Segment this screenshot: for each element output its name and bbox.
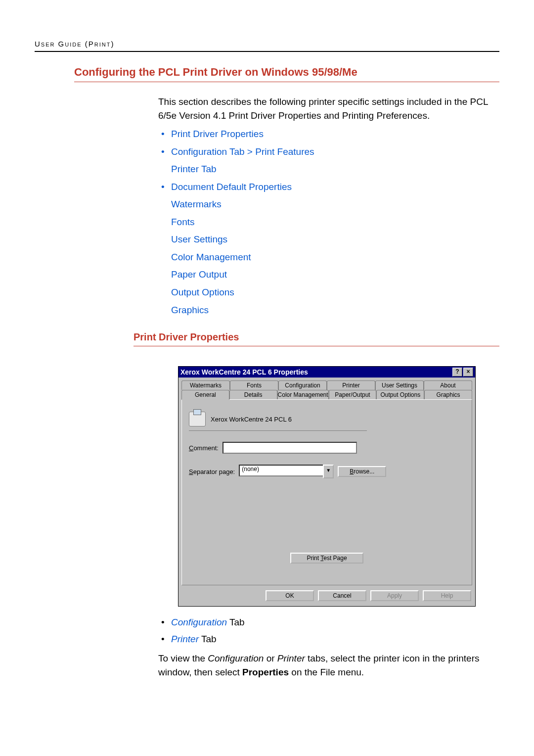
suffix: Tab <box>199 634 217 644</box>
print-test-page-button[interactable]: Print Test Page <box>290 553 363 564</box>
close-button[interactable]: × <box>463 368 473 377</box>
ok-button[interactable]: OK <box>266 590 314 601</box>
apply-button[interactable]: Apply <box>370 590 419 601</box>
help-button-footer[interactable]: Help <box>423 590 471 601</box>
link-user-settings[interactable]: User Settings <box>171 233 494 246</box>
link-configuration-tab[interactable]: Configuration Tab > Print Features Print… <box>158 145 494 176</box>
link-print-driver-properties[interactable]: Print Driver Properties <box>158 127 494 141</box>
header-rule <box>35 51 499 52</box>
tab-graphics[interactable]: Graphics <box>424 390 472 399</box>
link-document-default-properties[interactable]: Document Default Properties Watermarks F… <box>158 180 494 317</box>
subsection-rule <box>134 346 499 346</box>
breadcrumb: User Guide (Print) <box>35 40 499 48</box>
separator-page-combo[interactable]: (none) ▼ <box>239 465 334 478</box>
tab-details[interactable]: Details <box>229 390 277 399</box>
printer-name-label: Xerox WorkCentre 24 PCL 6 <box>211 416 292 423</box>
tab-user-settings[interactable]: User Settings <box>375 380 424 390</box>
separator-page-value: (none) <box>239 465 323 476</box>
subsection-title: Print Driver Properties <box>134 331 499 343</box>
tab-about[interactable]: About <box>424 380 472 390</box>
instruction-paragraph: To view the Configuration or Printer tab… <box>158 652 494 679</box>
link-printer-tab-2[interactable]: Printer <box>171 634 199 644</box>
dialog-footer: OK Cancel Apply Help <box>178 585 475 606</box>
link-text: Configuration Tab > Print Features <box>171 146 314 157</box>
tab-row-front: General Details Color Management Paper/O… <box>181 390 472 399</box>
link-text: Document Default Properties <box>171 182 292 192</box>
tab-configuration[interactable]: Configuration <box>278 380 327 390</box>
section-rule <box>74 82 499 82</box>
link-configuration-tab-2[interactable]: Configuration <box>171 617 227 627</box>
chevron-down-icon[interactable]: ▼ <box>323 465 334 478</box>
comment-label: Comment: <box>189 444 219 452</box>
tab-printer[interactable]: Printer <box>327 380 375 390</box>
tab-paper-output[interactable]: Paper/Output <box>329 390 377 399</box>
help-button[interactable]: ? <box>452 368 462 377</box>
tab-color-management[interactable]: Color Management <box>277 390 329 399</box>
link-color-management[interactable]: Color Management <box>171 250 494 264</box>
comment-input[interactable] <box>222 442 357 454</box>
tab-watermarks[interactable]: Watermarks <box>181 380 230 390</box>
link-graphics[interactable]: Graphics <box>171 303 494 317</box>
tab-general[interactable]: General <box>181 390 229 400</box>
browse-button[interactable]: Browse... <box>338 466 386 477</box>
dialog-title: Xerox WorkCentre 24 PCL 6 Properties <box>180 368 451 376</box>
tab-row-back: Watermarks Fonts Configuration Printer U… <box>181 380 472 390</box>
list-item: Configuration Tab <box>158 615 494 629</box>
cancel-button[interactable]: Cancel <box>318 590 366 601</box>
link-output-options[interactable]: Output Options <box>171 285 494 299</box>
tab-output-options[interactable]: Output Options <box>376 390 424 399</box>
list-item: Printer Tab <box>158 632 494 646</box>
link-paper-output[interactable]: Paper Output <box>171 268 494 282</box>
suffix: Tab <box>227 617 245 627</box>
section-title: Configuring the PCL Print Driver on Wind… <box>74 66 499 79</box>
dialog-titlebar: Xerox WorkCentre 24 PCL 6 Properties ? × <box>178 367 475 378</box>
topic-link-list: Print Driver Properties Configuration Ta… <box>158 127 494 317</box>
below-dialog-list: Configuration Tab Printer Tab <box>158 615 494 646</box>
link-printer-tab[interactable]: Printer Tab <box>171 162 494 176</box>
properties-dialog: Xerox WorkCentre 24 PCL 6 Properties ? ×… <box>178 366 476 607</box>
separator-page-label: Separator page: <box>189 468 235 475</box>
intro-paragraph: This section describes the following pri… <box>158 95 494 122</box>
printer-icon <box>189 412 206 426</box>
link-fonts[interactable]: Fonts <box>171 215 494 229</box>
tab-panel-general: Xerox WorkCentre 24 PCL 6 Comment: Separ… <box>181 399 472 585</box>
link-watermarks[interactable]: Watermarks <box>171 197 494 211</box>
tab-fonts[interactable]: Fonts <box>230 380 278 390</box>
